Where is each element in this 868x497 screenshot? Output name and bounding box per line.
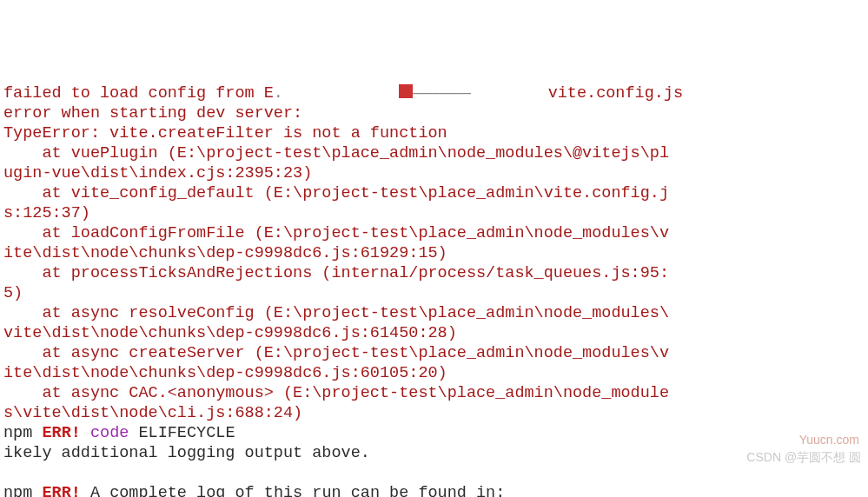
stack-line: at loadConfigFromFile (E:\project-test\p… — [3, 223, 865, 243]
stack-line: at vuePlugin (E:\project-test\place_admi… — [3, 143, 865, 163]
npm-err-code-line: npm ERR! code ELIFECYCLE — [3, 423, 865, 443]
npm-err-log-header: npm ERR! A complete log of this run can … — [3, 483, 865, 497]
stack-line: s:125:37) — [3, 203, 865, 223]
stack-line: TypeError: vite.createFilter is not a fu… — [3, 123, 865, 143]
stack-line: at vite_config_default (E:\project-test\… — [3, 183, 865, 203]
stack-line: ite\dist\node\chunks\dep-c9998dc6.js:619… — [3, 243, 865, 263]
stack-line: vite\dist\node\chunks\dep-c9998dc6.js:61… — [3, 323, 865, 343]
stack-line: ite\dist\node\chunks\dep-c9998dc6.js:601… — [3, 363, 865, 383]
watermark-csdn: CSDN @芋圆不想 圆 — [746, 447, 861, 467]
stack-line: at async CAC.<anonymous> (E:\project-tes… — [3, 383, 865, 403]
stack-line: at processTicksAndRejections (internal/p… — [3, 263, 865, 283]
stack-line: 5) — [3, 283, 865, 303]
stack-line: error when starting dev server: — [3, 103, 865, 123]
stack-line: at async createServer (E:\project-test\p… — [3, 343, 865, 363]
stack-line: failed to load config from E. —————— vit… — [3, 83, 865, 103]
stack-line: ugin-vue\dist\index.cjs:2395:23) — [3, 163, 865, 183]
extra-log-line: ikely additional logging output above. — [3, 443, 865, 463]
stack-line: at async resolveConfig (E:\project-test\… — [3, 303, 865, 323]
redacted-block — [399, 84, 413, 98]
stack-line: s\vite\dist\node\cli.js:688:24) — [3, 403, 865, 423]
terminal-output: failed to load config from E. —————— vit… — [3, 83, 865, 497]
